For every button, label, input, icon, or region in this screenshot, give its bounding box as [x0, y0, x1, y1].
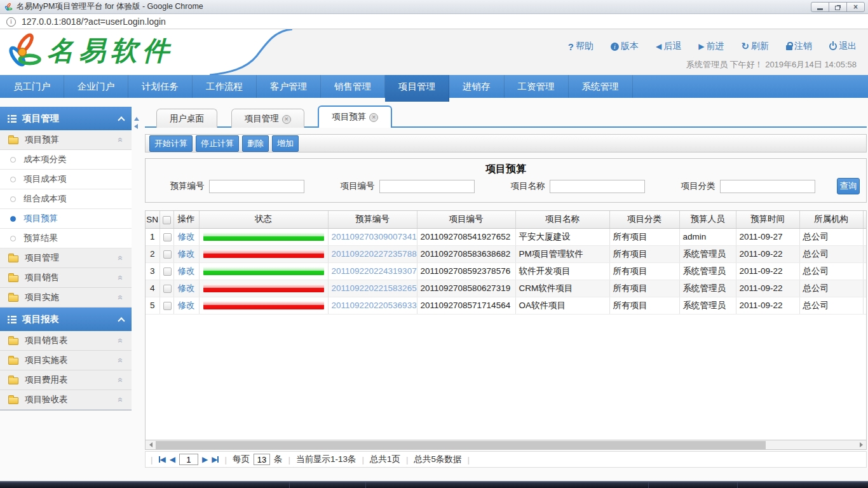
row-checkbox[interactable] — [163, 233, 172, 241]
version-link[interactable]: i版本 — [611, 41, 639, 52]
budget-no-link[interactable]: 201109220221583265 — [332, 283, 417, 293]
nav-item-employee-portal[interactable]: 员工门户 — [0, 75, 64, 98]
sidebar-item-project-cost[interactable]: 项目成本项 — [0, 170, 132, 189]
status-bar — [203, 267, 324, 275]
sidebar-item-combo-cost[interactable]: 组合成本项 — [0, 189, 132, 209]
next-page-button[interactable]: ▶ — [202, 455, 208, 464]
sidebar-group-sales-report[interactable]: 项目销售表« — [0, 331, 132, 351]
tab-project-mgmt[interactable]: 项目管理× — [231, 109, 304, 128]
col-select-all — [159, 211, 173, 228]
chevron-up-icon — [118, 317, 125, 324]
sidebar-group-budget[interactable]: 项目预算 « — [0, 130, 132, 150]
action-toolbar: 开始计算 停止计算 删除 增加 — [145, 134, 867, 152]
horizontal-scrollbar[interactable] — [145, 440, 867, 450]
nav-item-payroll[interactable]: 工资管理 — [505, 75, 569, 98]
nav-item-plan-tasks[interactable]: 计划任务 — [128, 75, 193, 98]
sidebar-item-project-budget[interactable]: 项目预算 — [0, 209, 132, 229]
table-row: 4 修改 201109220221583265 2011092708580627… — [146, 280, 867, 297]
add-button[interactable]: 增加 — [272, 135, 299, 152]
folder-icon — [8, 275, 18, 282]
close-button[interactable]: × — [846, 2, 865, 12]
col-person: 预算人员 — [679, 211, 736, 228]
tab-close-icon[interactable]: × — [282, 115, 291, 124]
nav-item-project-mgmt[interactable]: 项目管理 — [385, 75, 449, 102]
restore-button[interactable] — [829, 2, 847, 12]
project-name-input[interactable] — [550, 180, 645, 193]
nav-item-customer-mgmt[interactable]: 客户管理 — [257, 75, 321, 98]
address-bar[interactable]: i 127.0.0.1:8018/?act=userLogin.login — [0, 15, 868, 29]
project-no-input[interactable] — [379, 180, 475, 193]
row-checkbox[interactable] — [163, 268, 172, 276]
edit-link[interactable]: 修改 — [178, 249, 195, 259]
stop-calc-button[interactable]: 停止计算 — [196, 135, 239, 152]
tab-close-icon[interactable]: × — [369, 113, 378, 122]
sidebar-group-acceptance-report[interactable]: 项目验收表« — [0, 390, 132, 410]
clipped-cell — [867, 251, 867, 258]
sidebar-section-project-mgmt[interactable]: 项目管理 — [0, 107, 132, 130]
budget-no-link[interactable]: 201109220224319307 — [332, 266, 417, 276]
back-link[interactable]: ◀后退 — [656, 41, 681, 52]
page-number-input[interactable] — [179, 454, 198, 465]
nav-item-sales-mgmt[interactable]: 销售管理 — [321, 75, 385, 98]
help-link[interactable]: ?帮助 — [568, 41, 593, 52]
radio-icon — [10, 177, 16, 182]
row-checkbox[interactable] — [163, 302, 172, 310]
exit-link[interactable]: 退出 — [829, 41, 857, 52]
user-greeting: 系统管理员 下午好！ 2019年6月14日 14:05:58 — [686, 59, 857, 71]
url-text[interactable]: 127.0.0.1:8018/?act=userLogin.login — [22, 17, 166, 27]
sidebar-item-budget-result[interactable]: 预算结果 — [0, 229, 132, 248]
forward-link[interactable]: ▶前进 — [698, 41, 724, 52]
site-info-icon[interactable]: i — [6, 17, 16, 27]
budget-no-input[interactable] — [209, 180, 304, 193]
edit-link[interactable]: 修改 — [178, 301, 195, 310]
project-category-input[interactable] — [720, 180, 815, 193]
menu-list-icon — [8, 115, 17, 123]
select-all-checkbox[interactable] — [163, 216, 171, 224]
per-page-input[interactable] — [254, 454, 270, 465]
sidebar-group-expense-report[interactable]: 项目费用表« — [0, 370, 132, 390]
nav-item-system-mgmt[interactable]: 系统管理 — [569, 75, 633, 98]
data-table-container: SN 操作 状态 预算编号 项目编号 项目名称 项目分类 预算人员 预算时间 所… — [145, 210, 867, 440]
sidebar-group-impl-report[interactable]: 项目实施表« — [0, 351, 132, 370]
minimize-button[interactable] — [811, 2, 829, 12]
budget-no-link[interactable]: 201109270309007341 — [332, 232, 417, 241]
scroll-right-button[interactable] — [856, 441, 866, 449]
budget-no-link[interactable]: 201109220227235788 — [332, 249, 417, 259]
delete-button[interactable]: 删除 — [242, 135, 269, 152]
nav-item-workflow[interactable]: 工作流程 — [193, 75, 257, 98]
logoff-link[interactable]: 注销 — [786, 41, 812, 52]
sidebar-section-project-reports[interactable]: 项目报表 — [0, 308, 132, 331]
budget-no-link[interactable]: 201109220220536933 — [332, 301, 417, 310]
first-page-button[interactable]: ◀ — [159, 455, 166, 464]
col-status: 状态 — [199, 211, 328, 228]
sidebar-item-cost-category[interactable]: 成本项分类 — [0, 150, 132, 170]
start-calc-button[interactable]: 开始计算 — [149, 135, 193, 152]
last-page-button[interactable]: ▶ — [212, 455, 219, 464]
window-titlebar: 名易MyPM项目管理平台 for 体验版 - Google Chrome × — [0, 0, 868, 14]
edit-link[interactable]: 修改 — [178, 232, 195, 241]
main-area: 项目管理 项目预算 « 成本项分类 项目成本项 组合成本项 项目预算 预算结果 … — [0, 98, 868, 481]
search-button[interactable]: 查询 — [837, 178, 860, 194]
edit-link[interactable]: 修改 — [178, 266, 195, 276]
sidebar-group-project-mgmt[interactable]: 项目管理« — [0, 248, 132, 268]
nav-item-inventory[interactable]: 进销存 — [449, 75, 505, 98]
sidebar-group-project-impl[interactable]: 项目实施« — [0, 288, 132, 308]
tab-strip: 用户桌面 项目管理× 项目预算× — [145, 105, 867, 128]
sidebar-collapse-handle[interactable] — [134, 117, 142, 129]
edit-link[interactable]: 修改 — [178, 283, 195, 293]
row-checkbox[interactable] — [163, 285, 172, 293]
back-icon: ◀ — [656, 42, 661, 51]
per-page-label: 每页 — [233, 454, 250, 465]
scrollbar-thumb[interactable] — [156, 441, 766, 449]
nav-item-enterprise-portal[interactable]: 企业门户 — [64, 75, 128, 98]
sidebar-group-project-sales[interactable]: 项目销售« — [0, 268, 132, 288]
col-category: 项目分类 — [609, 211, 679, 228]
collapse-chevron-icon: « — [116, 275, 126, 280]
tab-user-desktop[interactable]: 用户桌面 — [156, 109, 217, 128]
scroll-left-button[interactable] — [146, 441, 156, 449]
refresh-link[interactable]: ↻刷新 — [741, 41, 769, 52]
taskbar — [0, 481, 868, 488]
prev-page-button[interactable]: ◀ — [170, 455, 175, 464]
row-checkbox[interactable] — [163, 250, 172, 259]
tab-project-budget[interactable]: 项目预算× — [318, 105, 392, 128]
